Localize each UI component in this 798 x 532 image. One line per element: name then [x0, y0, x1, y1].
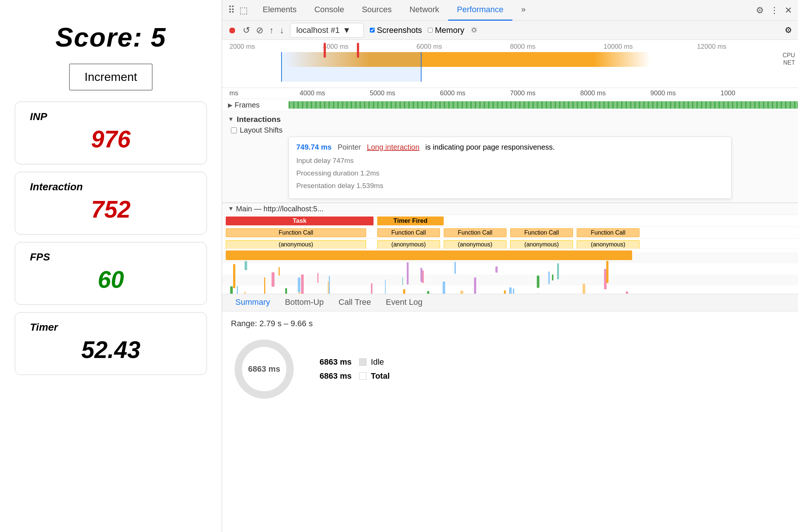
- score-label: Score:: [55, 23, 143, 52]
- input-delay-value: 747ms: [332, 157, 354, 164]
- config-icon[interactable]: ⚙: [785, 25, 792, 35]
- record-icon[interactable]: ⏺: [228, 25, 237, 35]
- devtools-header: ⠿ ⬚ Elements Console Sources Network Per…: [222, 0, 798, 21]
- anon-2: (anonymous): [377, 240, 440, 249]
- secondary-ruler: ms 4000 ms 5000 ms 6000 ms 7000 ms 8000 …: [222, 88, 798, 99]
- main-content[interactable]: ms 4000 ms 5000 ms 6000 ms 7000 ms 8000 …: [222, 88, 798, 294]
- ruler-mark-6: 12000 ms: [697, 43, 791, 51]
- more-icon[interactable]: ⋮: [770, 5, 779, 16]
- timeline-stripe: [538, 293, 539, 294]
- left-panel: Score: 5 Increment INP 976 Interaction 7…: [0, 0, 222, 532]
- timeline-stripe: [402, 277, 403, 285]
- timeline-marker-2: [357, 43, 359, 58]
- summary-panel: Range: 2.79 s – 9.66 s 6863 ms 6863 ms I…: [222, 311, 798, 532]
- idle-box: [359, 358, 366, 366]
- layout-shifts-checkbox[interactable]: [231, 127, 237, 133]
- increment-button[interactable]: Increment: [69, 64, 153, 91]
- processing-label: Processing duration: [296, 169, 358, 177]
- tab-performance[interactable]: Performance: [448, 0, 512, 21]
- timeline-stripe: [583, 284, 585, 294]
- devtools-tabs: Elements Console Sources Network Perform…: [254, 0, 535, 21]
- timeline-stripe: [420, 268, 422, 282]
- url-bar: localhost #1 ▼: [290, 23, 364, 38]
- task-track: Task Timer Fired: [222, 215, 798, 227]
- screenshots-label: Screenshots: [377, 25, 422, 35]
- metric-label-inp: INP: [30, 111, 192, 123]
- main-thread-header: ▼ Main — http://localhost:5...: [222, 203, 798, 215]
- timeline-stripe: [460, 291, 463, 294]
- presentation-label: Presentation delay: [296, 182, 354, 190]
- metric-value-inp: 976: [30, 126, 192, 153]
- donut-center-label: 6863 ms: [248, 364, 280, 374]
- long-interaction-link[interactable]: Long interaction: [367, 143, 419, 151]
- anonymous-labels-track: (anonymous) (anonymous) (anonymous) (ano…: [222, 239, 798, 249]
- anon-3: (anonymous): [444, 240, 507, 249]
- summary-content: 6863 ms 6863 ms Idle 6863 ms Total: [231, 336, 789, 402]
- tab-network[interactable]: Network: [400, 0, 448, 21]
- frames-content: [289, 100, 798, 110]
- upload-icon[interactable]: ↑: [269, 25, 274, 35]
- tab-bottom-up[interactable]: Bottom-Up: [277, 293, 331, 313]
- tab-more[interactable]: »: [512, 0, 535, 21]
- overview-timeline[interactable]: 2000 ms 4000 ms 6000 ms 8000 ms 10000 ms…: [222, 40, 798, 88]
- legend-item-idle: 6863 ms Idle: [320, 357, 390, 367]
- idle-label: Idle: [371, 357, 384, 367]
- devtools-screen-icon: ⬚: [239, 5, 248, 16]
- tab-console[interactable]: Console: [306, 0, 353, 21]
- timeline-stripe: [509, 287, 512, 294]
- tab-summary[interactable]: Summary: [228, 293, 277, 313]
- timeline-stripe: [301, 274, 304, 294]
- ruler-mark-3: 6000 ms: [416, 43, 510, 51]
- interactions-chevron[interactable]: ▼: [228, 116, 234, 123]
- main-label: Main — http://localhost:5...: [236, 205, 324, 213]
- summary-legend: 6863 ms Idle 6863 ms Total: [320, 357, 390, 381]
- anon-5: (anonymous): [577, 240, 640, 249]
- frames-track: ▶ Frames: [222, 99, 798, 111]
- url-dropdown-icon[interactable]: ▼: [342, 25, 351, 35]
- main-chevron[interactable]: ▼: [228, 205, 234, 212]
- anon-4: (anonymous): [510, 240, 573, 249]
- complex-timeline: [222, 249, 798, 294]
- tab-sources[interactable]: Sources: [353, 0, 400, 21]
- yellow-bar: [226, 250, 632, 260]
- tab-call-tree[interactable]: Call Tree: [331, 293, 378, 313]
- devtools-toolbar: ⏺ ↺ ⊘ ↑ ↓ localhost #1 ▼ Screenshots Mem…: [222, 21, 798, 40]
- frames-chevron[interactable]: ▶: [228, 102, 232, 109]
- stop-icon[interactable]: ⊘: [256, 25, 263, 35]
- timeline-stripe: [244, 292, 246, 294]
- interactions-header: ▼ Interactions: [222, 113, 798, 125]
- layout-shifts-row: Layout Shifts: [222, 125, 798, 135]
- timeline-stripe: [454, 262, 456, 274]
- timeline-stripe: [230, 286, 233, 294]
- metric-card-fps: FPS 60: [15, 242, 207, 305]
- refresh-icon[interactable]: ↺: [243, 25, 250, 35]
- fc-block-1: Function Call: [226, 228, 366, 237]
- processing-value: 1.2ms: [360, 169, 379, 177]
- fc-block-2: Function Call: [377, 228, 440, 237]
- fc-block-3: Function Call: [444, 228, 507, 237]
- tab-event-log[interactable]: Event Log: [378, 293, 430, 313]
- close-icon[interactable]: ✕: [785, 5, 792, 16]
- ruler-mark-2: 4000 ms: [323, 43, 416, 51]
- devtools-grid-icon: ⠿: [228, 4, 235, 16]
- timeline-stripe: [298, 277, 300, 292]
- memory-checkbox-item: Memory: [428, 25, 464, 35]
- metric-cards: INP 976 Interaction 752 FPS 60 Timer 52.…: [15, 102, 207, 375]
- settings-icon[interactable]: ⚙: [756, 5, 764, 16]
- fc-block-5: Function Call: [577, 228, 640, 237]
- timeline-stripe: [431, 293, 432, 294]
- tab-elements[interactable]: Elements: [254, 0, 306, 21]
- capture-icon[interactable]: ⛭: [470, 25, 478, 35]
- timeline-stripe: [606, 261, 608, 283]
- timeline-stripe: [427, 291, 429, 294]
- popup-time: 749.74 ms: [296, 143, 332, 151]
- screenshots-checkbox[interactable]: [370, 28, 375, 33]
- download-icon[interactable]: ↓: [280, 25, 284, 35]
- popup-message: is indicating poor page responsiveness.: [425, 143, 555, 151]
- timeline-stripe: [626, 291, 628, 294]
- timeline-stripe: [245, 261, 247, 270]
- timeline-stripe: [504, 290, 506, 294]
- timeline-stripe: [279, 267, 280, 276]
- memory-checkbox[interactable]: [428, 28, 433, 33]
- timeline-stripe: [237, 286, 238, 294]
